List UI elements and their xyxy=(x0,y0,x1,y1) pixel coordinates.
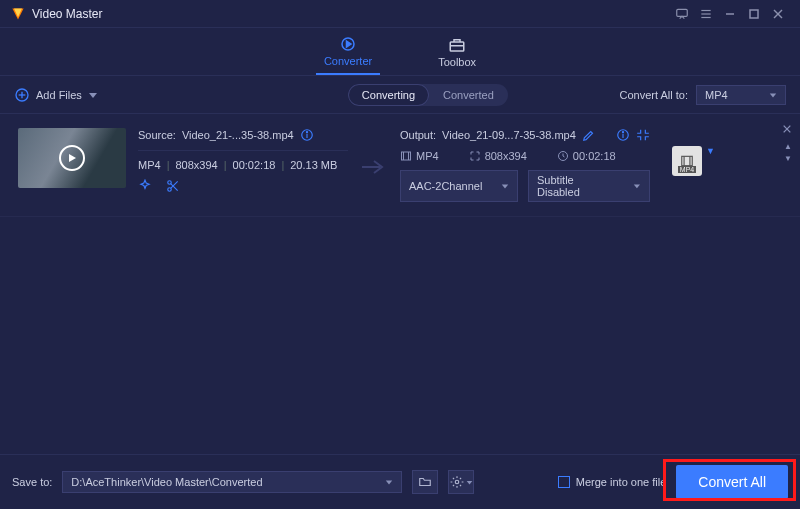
convert-all-to-value: MP4 xyxy=(705,89,728,101)
chevron-down-icon[interactable] xyxy=(88,90,98,100)
svg-point-42 xyxy=(455,480,459,484)
sub-toolbar: Add Files Converting Converted Convert A… xyxy=(0,76,800,114)
subtitle-select[interactable]: Subtitle Disabled xyxy=(528,170,650,202)
output-format: MP4 xyxy=(400,150,439,162)
svg-marker-34 xyxy=(502,184,508,188)
svg-marker-41 xyxy=(386,480,392,484)
svg-rect-36 xyxy=(682,156,693,165)
arrow-right-icon xyxy=(360,158,388,176)
move-up-icon[interactable]: ▲ xyxy=(784,142,792,151)
menu-icon[interactable] xyxy=(694,4,718,24)
convert-status-tabs: Converting Converted xyxy=(348,84,508,106)
tab-converter-label: Converter xyxy=(324,55,372,67)
svg-marker-43 xyxy=(467,481,473,485)
svg-marker-11 xyxy=(347,41,352,47)
merge-checkbox[interactable]: Merge into one file xyxy=(558,476,667,488)
plus-circle-icon xyxy=(14,87,30,103)
add-files-button[interactable]: Add Files xyxy=(14,87,98,103)
settings-button[interactable] xyxy=(448,470,474,494)
app-logo-icon xyxy=(10,6,26,22)
convert-all-to-select[interactable]: MP4 xyxy=(696,85,786,105)
clock-icon xyxy=(557,150,569,162)
file-list: Source: Video_21-...35-38.mp4 MP4| 808x3… xyxy=(0,114,800,430)
svg-rect-30 xyxy=(402,152,411,160)
merge-label: Merge into one file xyxy=(576,476,667,488)
file-row: Source: Video_21-...35-38.mp4 MP4| 808x3… xyxy=(0,114,800,217)
chevron-down-icon xyxy=(633,182,641,190)
compress-icon[interactable] xyxy=(636,128,650,142)
output-format-badge[interactable]: MP4 xyxy=(672,146,702,176)
svg-marker-19 xyxy=(69,154,76,162)
tab-converted[interactable]: Converted xyxy=(429,84,508,106)
chevron-down-icon xyxy=(769,91,777,99)
chevron-down-icon xyxy=(385,478,393,486)
app-title: Video Master xyxy=(32,7,102,21)
source-label: Source: xyxy=(138,129,176,141)
info-icon[interactable] xyxy=(616,128,630,142)
remove-item-button[interactable] xyxy=(782,124,792,134)
toolbox-icon xyxy=(448,36,466,54)
cut-icon[interactable] xyxy=(166,179,180,193)
svg-marker-17 xyxy=(89,93,97,98)
close-button[interactable] xyxy=(766,4,790,24)
minimize-button[interactable] xyxy=(718,4,742,24)
output-filename: Video_21-09...7-35-38.mp4 xyxy=(442,129,576,141)
media-info-icon[interactable] xyxy=(300,128,314,142)
convert-all-button[interactable]: Convert All xyxy=(676,465,788,499)
save-to-select[interactable]: D:\AceThinker\Video Master\Converted xyxy=(62,471,402,493)
feedback-icon[interactable] xyxy=(670,4,694,24)
open-folder-button[interactable] xyxy=(412,470,438,494)
source-duration: 00:02:18 xyxy=(233,159,276,171)
tab-toolbox-label: Toolbox xyxy=(438,56,476,68)
output-label: Output: xyxy=(400,129,436,141)
video-thumbnail[interactable] xyxy=(18,128,126,188)
tab-converting[interactable]: Converting xyxy=(348,84,429,106)
output-resolution: 808x394 xyxy=(469,150,527,162)
source-resolution: 808x394 xyxy=(175,159,217,171)
source-size: 20.13 MB xyxy=(290,159,337,171)
svg-point-22 xyxy=(306,132,307,133)
output-duration: 00:02:18 xyxy=(557,150,616,162)
save-to-label: Save to: xyxy=(12,476,52,488)
save-to-path: D:\AceThinker\Video Master\Converted xyxy=(71,476,262,488)
checkbox-icon xyxy=(558,476,570,488)
maximize-button[interactable] xyxy=(742,4,766,24)
svg-marker-35 xyxy=(634,184,640,188)
bottom-bar: Save to: D:\AceThinker\Video Master\Conv… xyxy=(0,454,800,509)
enhance-icon[interactable] xyxy=(138,179,152,193)
film-icon xyxy=(400,150,412,162)
convert-all-to: Convert All to: MP4 xyxy=(620,85,786,105)
svg-marker-18 xyxy=(770,93,776,97)
tab-converter[interactable]: Converter xyxy=(316,28,380,75)
converter-icon xyxy=(339,35,357,53)
folder-icon xyxy=(418,475,432,489)
format-dropdown-icon[interactable]: ▼ xyxy=(706,146,715,156)
expand-icon xyxy=(469,150,481,162)
svg-rect-7 xyxy=(750,10,758,18)
chevron-down-icon xyxy=(501,182,509,190)
play-icon xyxy=(59,145,85,171)
convert-all-to-label: Convert All to: xyxy=(620,89,688,101)
tab-toolbox[interactable]: Toolbox xyxy=(430,28,484,75)
title-bar: Video Master xyxy=(0,0,800,28)
edit-icon[interactable] xyxy=(582,128,596,142)
add-files-label: Add Files xyxy=(36,89,82,101)
source-format: MP4 xyxy=(138,159,161,171)
main-tabs: Converter Toolbox xyxy=(0,28,800,76)
svg-point-29 xyxy=(622,132,623,133)
chevron-down-icon xyxy=(466,479,473,486)
move-down-icon[interactable]: ▼ xyxy=(784,154,792,163)
svg-rect-2 xyxy=(677,9,688,16)
reorder-buttons[interactable]: ▲ ▼ xyxy=(784,142,792,163)
audio-select[interactable]: AAC-2Channel xyxy=(400,170,518,202)
gear-icon xyxy=(450,475,464,489)
source-filename: Video_21-...35-38.mp4 xyxy=(182,129,294,141)
